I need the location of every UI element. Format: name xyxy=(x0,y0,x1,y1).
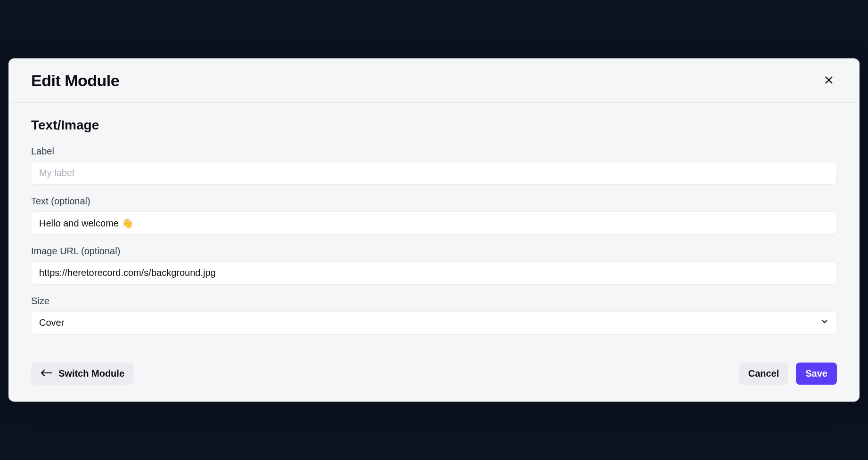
field-image-url: Image URL (optional) xyxy=(31,246,837,284)
size-select-wrapper[interactable]: Cover xyxy=(31,311,837,334)
size-label: Size xyxy=(31,296,837,307)
cancel-button[interactable]: Cancel xyxy=(739,363,789,385)
label-input[interactable] xyxy=(31,161,837,185)
edit-module-modal: Edit Module Text/Image Label Text (optio… xyxy=(8,58,860,402)
switch-module-button[interactable]: Switch Module xyxy=(31,363,134,385)
image-url-input[interactable] xyxy=(31,261,837,284)
label-label: Label xyxy=(31,146,837,157)
save-button[interactable]: Save xyxy=(796,363,837,385)
size-select-value: Cover xyxy=(32,312,836,334)
modal-title: Edit Module xyxy=(31,72,119,90)
save-label: Save xyxy=(805,368,827,379)
image-url-label: Image URL (optional) xyxy=(31,246,837,257)
close-button[interactable] xyxy=(821,72,837,89)
close-icon xyxy=(824,75,834,87)
section-title: Text/Image xyxy=(31,118,837,133)
arrow-left-icon xyxy=(41,368,53,379)
field-text: Text (optional) xyxy=(31,196,837,234)
modal-footer: Switch Module Cancel Save xyxy=(8,359,860,402)
right-actions: Cancel Save xyxy=(739,363,837,385)
text-input[interactable] xyxy=(31,211,837,234)
cancel-label: Cancel xyxy=(748,368,779,379)
modal-header: Edit Module xyxy=(8,58,860,103)
field-size: Size Cover xyxy=(31,296,837,334)
text-label: Text (optional) xyxy=(31,196,837,207)
modal-body: Text/Image Label Text (optional) Image U… xyxy=(8,103,860,359)
switch-module-label: Switch Module xyxy=(58,368,124,379)
field-label: Label xyxy=(31,146,837,185)
left-actions: Switch Module xyxy=(31,363,134,385)
